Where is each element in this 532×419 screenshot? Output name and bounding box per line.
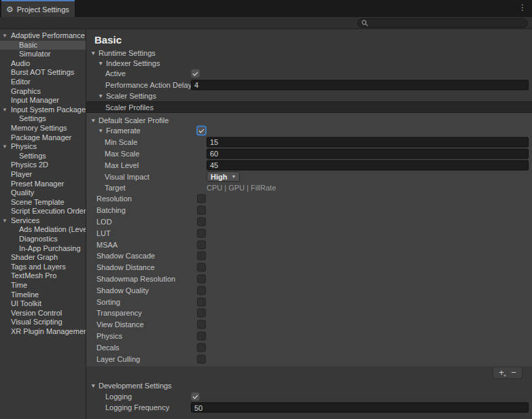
sidebar-item[interactable]: TextMesh Pro — [0, 271, 86, 281]
tab-project-settings[interactable]: ⚙ Project Settings — [1, 0, 75, 17]
scaler-label: Physics — [86, 332, 122, 340]
sidebar-item[interactable]: Script Execution Order — [0, 207, 86, 216]
sidebar-item[interactable]: Tags and Layers — [0, 263, 86, 272]
add-profile-button[interactable]: + — [495, 368, 508, 378]
sidebar-item[interactable]: Shader Graph — [0, 253, 86, 263]
search-input[interactable] — [370, 19, 524, 27]
scaler-row: LOD — [86, 216, 532, 228]
foldout-scaler-settings[interactable]: Scaler Settings — [86, 90, 532, 101]
sidebar-item[interactable]: Input Manager — [0, 96, 86, 105]
framerate-checkbox[interactable] — [197, 127, 206, 135]
sidebar-item[interactable]: Burst AOT Settings — [0, 68, 86, 78]
sidebar-item-label: Input System Package — [11, 105, 86, 114]
sidebar-item[interactable]: Editor — [0, 78, 86, 87]
overflow-menu-icon[interactable]: ⋮ — [518, 3, 527, 12]
target-flags-value: CPU | GPU | FillRate — [207, 184, 276, 192]
page-title: Basic — [86, 29, 532, 48]
sidebar-item[interactable]: Player — [0, 170, 86, 180]
sidebar-item-label: In-App Purchasing — [19, 244, 81, 252]
sidebar-item[interactable]: Audio — [0, 59, 86, 69]
sidebar-item-label: Script Execution Order — [11, 207, 86, 215]
dropdown-value: High — [211, 173, 227, 181]
sidebar-item[interactable]: UI Toolkit — [0, 299, 86, 309]
scaler-checkbox[interactable] — [197, 217, 206, 226]
sidebar-item[interactable]: Version Control — [0, 309, 86, 318]
scaler-checkbox[interactable] — [197, 252, 206, 261]
scaler-row: MSAA — [86, 239, 532, 250]
scaler-label: Shadowmap Resolution — [86, 275, 175, 283]
sidebar-item[interactable]: Settings — [0, 152, 86, 161]
sidebar-item[interactable]: Graphics — [0, 87, 86, 97]
sidebar-item[interactable]: Scene Template — [0, 198, 86, 207]
visual-impact-dropdown[interactable]: High — [207, 171, 240, 182]
scaler-checkbox[interactable] — [197, 240, 206, 249]
sidebar-item-label: Simulator — [19, 50, 50, 58]
settings-category-list: Adaptive Performance Basic Simulator Aud… — [0, 29, 86, 419]
logging-checkbox[interactable] — [191, 392, 200, 401]
property-label: Min Scale — [86, 138, 137, 146]
remove-profile-button[interactable]: − — [508, 368, 520, 378]
scaler-checkbox[interactable] — [197, 263, 206, 272]
scaler-checkbox[interactable] — [197, 320, 206, 329]
sidebar-item[interactable]: Package Manager — [0, 133, 86, 143]
sidebar-item[interactable]: Diagnostics — [0, 235, 86, 244]
search-icon — [361, 20, 368, 27]
sidebar-item-label: UI Toolkit — [11, 299, 41, 307]
sidebar-item-label: Graphics — [11, 87, 41, 95]
foldout-label: Runtime Settings — [99, 49, 156, 57]
scaler-label: View Distance — [86, 320, 144, 329]
sidebar-item[interactable]: Time — [0, 281, 86, 290]
max-level-field[interactable] — [207, 160, 529, 170]
active-checkbox[interactable] — [191, 69, 200, 78]
sidebar-item[interactable]: Memory Settings — [0, 124, 86, 133]
foldout-triangle-icon — [2, 216, 7, 226]
scaler-checkbox[interactable] — [197, 354, 206, 363]
foldout-indexer-settings[interactable]: Indexer Settings — [86, 58, 532, 68]
sidebar-item[interactable]: In-App Purchasing — [0, 244, 86, 254]
scaler-checkbox[interactable] — [197, 195, 206, 203]
foldout-framerate[interactable]: Framerate — [86, 125, 532, 136]
max-scale-field[interactable] — [207, 148, 529, 158]
foldout-triangle-icon — [98, 93, 106, 99]
sidebar-item-label: Player — [11, 170, 32, 178]
performance-action-delay-field[interactable] — [191, 80, 529, 90]
scaler-checkbox[interactable] — [197, 297, 206, 306]
scaler-label: Shadow Distance — [86, 263, 155, 271]
search-box[interactable] — [357, 18, 528, 28]
logging-frequency-field[interactable] — [191, 403, 529, 413]
property-label: Target — [86, 184, 126, 192]
development-settings-section: Development Settings Logging Logging Fre… — [86, 381, 532, 414]
min-scale-field[interactable] — [207, 137, 529, 147]
scaler-row: Shadow Quality — [86, 284, 532, 296]
scaler-checkbox[interactable] — [197, 309, 206, 318]
scaler-checkbox[interactable] — [197, 331, 206, 340]
foldout-default-scaler-profile[interactable]: Default Scaler Profile — [86, 115, 532, 125]
sidebar-item[interactable]: Basic — [0, 41, 86, 50]
property-row-max-scale: Max Scale — [86, 148, 532, 159]
sidebar-item[interactable]: Physics — [0, 142, 86, 152]
sidebar-item[interactable]: Services — [0, 216, 86, 226]
sidebar-item-label: Input Manager — [11, 96, 59, 104]
scaler-checkbox[interactable] — [197, 229, 206, 237]
sidebar-item[interactable]: Quality — [0, 188, 86, 198]
sidebar-item[interactable]: Physics 2D — [0, 161, 86, 170]
sidebar-item[interactable]: Visual Scripting — [0, 318, 86, 327]
scaler-checkbox[interactable] — [197, 343, 206, 352]
sidebar-item[interactable]: Simulator — [0, 50, 86, 59]
property-label: Performance Action Delay — [86, 81, 192, 89]
sidebar-item[interactable]: Adaptive Performance — [0, 31, 86, 41]
sidebar-item[interactable]: Preset Manager — [0, 180, 86, 189]
scaler-row: Decals — [86, 341, 532, 353]
property-row-target: Target CPU | GPU | FillRate — [86, 182, 532, 193]
sidebar-item[interactable]: XR Plugin Management — [0, 327, 86, 337]
foldout-development-settings[interactable]: Development Settings — [86, 381, 532, 391]
scaler-checkbox[interactable] — [197, 286, 206, 295]
sidebar-item[interactable]: Ads Mediation (Level — [0, 225, 86, 235]
property-label: Active — [86, 69, 126, 78]
sidebar-item[interactable]: Input System Package — [0, 105, 86, 115]
foldout-runtime-settings[interactable]: Runtime Settings — [86, 48, 532, 58]
sidebar-item[interactable]: Timeline — [0, 290, 86, 300]
scaler-checkbox[interactable] — [197, 206, 206, 215]
sidebar-item[interactable]: Settings — [0, 114, 86, 124]
scaler-checkbox[interactable] — [197, 274, 206, 283]
